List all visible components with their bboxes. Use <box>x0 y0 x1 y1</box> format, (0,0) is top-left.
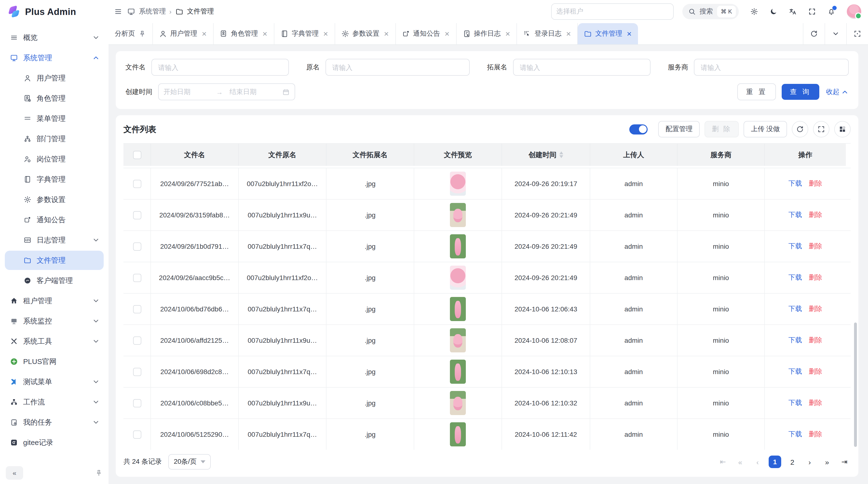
row-checkbox[interactable] <box>133 430 141 439</box>
col-header-created[interactable]: 创建时间 <box>502 144 590 166</box>
fullscreen-icon[interactable] <box>808 8 816 15</box>
file-preview-thumbnail[interactable] <box>450 360 466 384</box>
row-checkbox[interactable] <box>133 336 141 345</box>
download-link[interactable]: 下载 <box>788 399 802 407</box>
reset-button[interactable]: 重 置 <box>737 84 776 100</box>
tab-role-management[interactable]: 角色管理✕ <box>214 23 274 44</box>
sidebar-item-dict-management[interactable]: 字典管理 <box>5 170 104 189</box>
file-preview-thumbnail[interactable] <box>450 203 466 227</box>
download-link[interactable]: 下载 <box>788 430 802 439</box>
refresh-button[interactable] <box>792 121 808 137</box>
sidebar-item-system-tools[interactable]: 系统工具 <box>5 332 104 351</box>
tab-analysis[interactable]: 分析页 <box>108 23 153 44</box>
notification-bell-icon[interactable] <box>828 8 835 15</box>
close-icon[interactable]: ✕ <box>566 30 571 37</box>
jump-back-button[interactable]: « <box>734 456 746 468</box>
sidebar-item-system-monitor[interactable]: 系统监控 <box>5 312 104 331</box>
sidebar-item-post-management[interactable]: 岗位管理 <box>5 150 104 169</box>
sidebar-item-param-settings[interactable]: 参数设置 <box>5 190 104 209</box>
close-icon[interactable]: ✕ <box>202 30 207 37</box>
tenant-select[interactable]: 选择租户 <box>551 3 674 20</box>
delete-link[interactable]: 删除 <box>809 336 822 345</box>
sidebar-item-my-tasks[interactable]: 我的任务 <box>5 413 104 432</box>
delete-link[interactable]: 删除 <box>809 211 822 219</box>
row-checkbox[interactable] <box>133 273 141 282</box>
table-row[interactable]: 2024/10/06/affd2125… 007u2bluly1hrr11x9u… <box>123 325 850 356</box>
search-button[interactable]: 查 询 <box>782 84 819 100</box>
file-preview-thumbnail[interactable] <box>450 391 466 415</box>
sidebar-item-role-management[interactable]: 角色管理 <box>5 89 104 108</box>
tab-dict-management[interactable]: 字典管理✕ <box>274 23 335 44</box>
collapse-filter-link[interactable]: 收起 <box>826 88 849 96</box>
sidebar-item-file-management[interactable]: 文件管理 <box>5 251 104 270</box>
download-link[interactable]: 下载 <box>788 242 802 251</box>
delete-link[interactable]: 删除 <box>809 273 822 282</box>
row-checkbox[interactable] <box>133 399 141 407</box>
file-preview-thumbnail[interactable] <box>450 422 466 446</box>
sidebar-item-tenant-management[interactable]: 租户管理 <box>5 291 104 311</box>
table-vertical-scrollbar[interactable] <box>854 323 857 447</box>
tabs-more-chevron-button[interactable] <box>825 23 846 44</box>
delete-link[interactable]: 删除 <box>809 367 822 376</box>
page-2-button[interactable]: 2 <box>786 456 799 468</box>
content-fullscreen-button[interactable] <box>846 23 868 44</box>
row-checkbox[interactable] <box>133 305 141 313</box>
toolbar-toggle[interactable] <box>629 124 648 134</box>
tab-user-management[interactable]: 用户管理✕ <box>153 23 214 44</box>
hamburger-menu-icon[interactable] <box>114 8 122 15</box>
table-row[interactable]: 2024/10/06/c08bbe5… 007u2bluly1hrr11x9u…… <box>123 388 850 419</box>
pin-icon[interactable] <box>95 469 103 477</box>
table-row[interactable]: 2024/10/06/5125290… 007u2bluly1hrr11x7q…… <box>123 419 850 450</box>
sidebar-item-system-management[interactable]: 系统管理 <box>5 48 104 67</box>
table-row[interactable]: 2024/09/26/1b0d791… 007u2bluly1hrr11x7q…… <box>123 231 850 262</box>
user-avatar[interactable] <box>847 4 861 19</box>
sidebar-item-dept-management[interactable]: 部门管理 <box>5 129 104 149</box>
tab-operation-log[interactable]: 操作日志✕ <box>457 23 517 44</box>
page-size-select[interactable]: 20条/页 <box>168 454 211 470</box>
filename-input[interactable] <box>157 63 283 72</box>
close-icon[interactable]: ✕ <box>262 30 268 37</box>
provider-input[interactable] <box>700 63 843 72</box>
table-row[interactable]: 2024/09/26/aacc9b5c… 007u2bluly1hrr11xf2… <box>123 262 850 294</box>
sidebar-item-client-management[interactable]: 客户端管理 <box>5 271 104 290</box>
tab-login-log[interactable]: 登录日志✕ <box>517 23 578 44</box>
table-row[interactable]: 2024/09/26/77521ab… 007u2bluly1hrr11xf2o… <box>123 168 850 200</box>
row-checkbox[interactable] <box>133 367 141 376</box>
sort-icon[interactable] <box>559 151 563 158</box>
global-search[interactable]: 搜索 ⌘ K <box>682 4 739 19</box>
close-icon[interactable]: ✕ <box>505 30 510 37</box>
sidebar-item-log-management[interactable]: 日志管理 <box>5 230 104 250</box>
download-link[interactable]: 下载 <box>788 305 802 313</box>
sidebar-item-plus-website[interactable]: PLUS官网 <box>5 352 104 371</box>
sidebar-item-workflow[interactable]: 工作流 <box>5 392 104 412</box>
download-link[interactable]: 下载 <box>788 211 802 219</box>
app-logo[interactable]: Plus Admin <box>0 0 108 24</box>
dark-mode-moon-icon[interactable] <box>770 8 777 15</box>
file-preview-thumbnail[interactable] <box>450 172 466 196</box>
tab-param-settings[interactable]: 参数设置✕ <box>335 23 396 44</box>
pin-icon[interactable] <box>138 30 146 38</box>
upload-button[interactable]: 上传 没做 <box>744 121 787 137</box>
sidebar-item-user-management[interactable]: 用户管理 <box>5 68 104 88</box>
file-preview-thumbnail[interactable] <box>450 234 466 258</box>
language-translate-icon[interactable] <box>789 8 797 15</box>
row-checkbox[interactable] <box>133 180 141 188</box>
tab-file-management[interactable]: 文件管理✕ <box>578 23 638 44</box>
delete-link[interactable]: 删除 <box>809 179 822 188</box>
download-link[interactable]: 下载 <box>788 367 802 376</box>
delete-link[interactable]: 删除 <box>809 305 822 313</box>
close-icon[interactable]: ✕ <box>323 30 329 37</box>
download-link[interactable]: 下载 <box>788 273 802 282</box>
delete-link[interactable]: 删除 <box>809 399 822 407</box>
download-link[interactable]: 下载 <box>788 336 802 345</box>
prev-page-button[interactable]: ‹ <box>751 456 764 468</box>
table-row[interactable]: 2024/10/06/bd76db6… 007u2bluly1hrr11x7q…… <box>123 294 850 325</box>
page-1-button[interactable]: 1 <box>769 456 781 468</box>
date-range-picker[interactable]: 开始日期 → 结束日期 <box>158 84 295 100</box>
file-preview-thumbnail[interactable] <box>450 297 466 321</box>
config-management-button[interactable]: 配置管理 <box>658 121 700 137</box>
breadcrumb-level1[interactable]: 系统管理 <box>139 7 166 16</box>
sidebar-item-menu-management[interactable]: 菜单管理 <box>5 109 104 128</box>
tab-notice[interactable]: 通知公告✕ <box>396 23 457 44</box>
table-row[interactable]: 2024/09/26/3159fab8… 007u2bluly1hrr11x9u… <box>123 200 850 231</box>
